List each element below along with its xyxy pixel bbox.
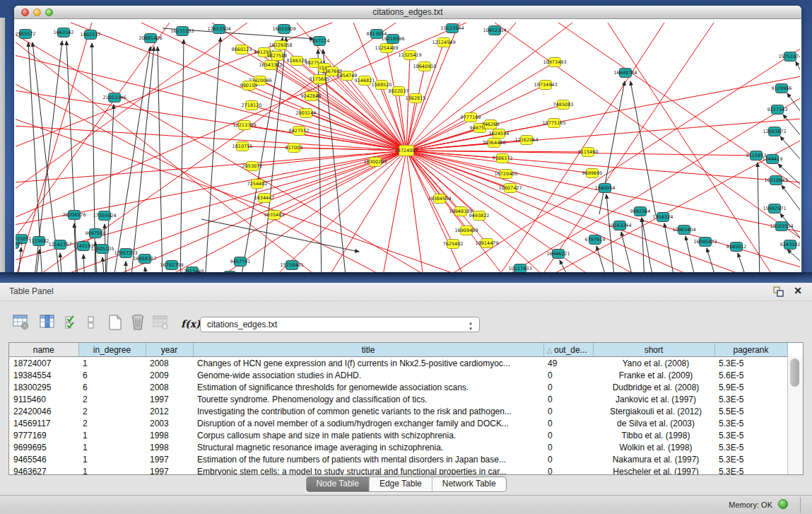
cell-title: Tourette syndrome. Phenomenology and cla… [193,393,543,405]
table-panel-title: Table Panel [9,286,54,296]
cell-in_degree: 2 [78,405,146,417]
dropdown-stepper-icon: ▲▼ [466,318,475,331]
cell-short: Dudbridge et al. (2008) [593,381,714,393]
cell-title: Embryonic stem cells: a model to study s… [193,465,543,475]
delete-column-icon[interactable] [130,314,146,334]
column-header-out_degree[interactable]: △ out_de... [543,343,593,357]
window-edge-strip [0,18,5,283]
cell-pagerank: 5.5E-5 [714,405,787,417]
cell-pagerank: 5.3E-5 [714,465,787,475]
tab-edge-table[interactable]: Edge Table [370,477,433,491]
graph-node-label: 10607427 [498,185,522,191]
network-canvas[interactable]: 1830029519384554866012389129551822605898… [16,18,800,272]
memory-status-indicator[interactable] [778,499,788,509]
cell-pagerank: 5.3E-5 [714,357,787,370]
tab-network-table[interactable]: Network Table [433,477,506,491]
delete-table-icon-disabled [153,314,169,333]
show-columns-icon[interactable] [40,314,56,333]
table-row[interactable]: 1872400712008Changes of HCN gene express… [9,357,787,370]
graph-node-label: 16720405 [494,171,517,177]
graph-node-label: 12213399 [233,122,256,128]
graph-node-label: 9635403 [264,212,285,218]
column-header-title[interactable]: title [193,343,543,357]
cell-short: Tibbo et al. (1998) [593,429,714,441]
graph-node-label: 8186328 [287,58,307,64]
graph-node-label: 18300295 [363,159,387,165]
table-selector-dropdown[interactable]: citations_edges.txt ▲▼ [200,317,480,332]
table-row[interactable]: 911546021997Tourette syndrome. Phenomeno… [9,393,787,405]
graph-node-label: 7485083 [553,102,574,107]
graph-node-label: 17359924 [93,213,116,218]
graph-node-label: 20206576 [62,212,86,218]
scrollbar-thumb[interactable] [790,358,799,387]
table-scrollbar[interactable] [787,356,803,474]
cell-year: 2008 [146,381,193,393]
cell-pagerank: 5.3E-5 [714,441,787,453]
tab-node-table[interactable]: Node Table [306,477,370,491]
cell-year: 1997 [146,465,193,475]
table-row[interactable]: 2242004622012Investigating the contribut… [9,405,787,417]
column-header-in_degree[interactable]: in_degree [78,343,146,357]
column-header-year[interactable]: year [146,343,193,357]
table-mode-icon[interactable] [13,314,29,333]
graph-node-label: 20891406 [139,35,162,41]
graph-node-label: 3915901 [16,241,23,247]
cell-name: 9465546 [9,453,78,465]
citation-graph[interactable]: 1830029519384554866012389129551822605898… [16,18,800,272]
cell-out_degree: 0 [543,405,593,417]
cell-in_degree: 1 [78,429,146,441]
function-builder-icon[interactable]: f(x) [181,318,201,329]
cell-in_degree: 1 [78,441,146,453]
graph-node-label: 16958107 [133,256,156,262]
column-header-name[interactable]: name [9,343,78,357]
table-row[interactable]: 977716911998Corpus callosum shape and si… [9,429,787,441]
graph-node-label: 10117433 [508,266,531,271]
column-header-pagerank[interactable]: pagerank [714,343,787,357]
graph-node-label: 2905572 [16,31,35,37]
cell-name: 9699695 [9,441,78,453]
graph-node-label: 11254409 [375,45,398,51]
window-titlebar[interactable]: citations_edges.txt [14,6,801,19]
graph-node-label: 16909489 [454,228,478,233]
table-row[interactable]: 946362711997Embryonic stem cells: a mode… [9,465,787,475]
cell-title: Changes of HCN gene expression and I(f) … [193,357,543,370]
graph-node-label: 7254402 [247,181,268,187]
table-row[interactable]: 969969511998Structural magnetic resonanc… [9,441,787,453]
status-divider [800,497,801,513]
table-body: 1872400712008Changes of HCN gene express… [9,357,787,476]
graph-node-label: 16095422 [693,239,717,245]
graph-node-label: 7857224 [310,38,330,44]
graph-node-label: 15751074 [778,54,800,59]
table-row[interactable]: 946554611997Estimation of the future num… [9,453,787,465]
cell-short: de Silva et al. (2003) [593,417,714,429]
graph-node-label: 12142757 [48,242,71,247]
table-row[interactable]: 1456911722003Disruption of a novel membe… [9,417,787,429]
graph-node-label: 9493822 [469,213,490,218]
column-header-short[interactable]: short [593,343,714,357]
cell-in_degree: 1 [78,453,146,465]
graph-node-label: 2718120 [242,103,262,108]
graph-node-label: 8822037 [389,88,409,94]
graph-node-label: 1810755 [233,144,253,149]
cell-short: Stergiakouli et al. (2012) [593,405,714,417]
cell-year: 1997 [146,393,193,405]
graph-node[interactable] [224,271,236,273]
cell-in_degree: 2 [78,417,146,429]
cell-short: Wolkin et al. (1998) [593,441,714,453]
graph-node-label: 18775165 [542,120,565,126]
graph-node-label: 9097588 [86,230,106,236]
table-row[interactable]: 1830029562008Estimation of significance … [9,381,787,393]
close-icon[interactable]: ✕ [794,285,802,296]
graph-node-label: 1916324 [653,214,673,220]
graph-node-label: 20364486 [482,140,505,146]
graph-node-label: 8427552 [289,128,310,134]
select-all-icon[interactable] [65,315,78,332]
table-row[interactable]: 1938455462009Genome-wide association stu… [9,369,787,381]
cell-year: 2012 [146,405,193,417]
float-window-icon[interactable] [773,286,784,297]
cell-name: 18300295 [9,381,78,393]
cell-title: Estimation of significance thresholds fo… [193,381,543,393]
graph-node-label: 19734943 [534,82,557,88]
deselect-all-icon[interactable] [88,316,95,332]
new-column-icon[interactable] [107,314,123,334]
